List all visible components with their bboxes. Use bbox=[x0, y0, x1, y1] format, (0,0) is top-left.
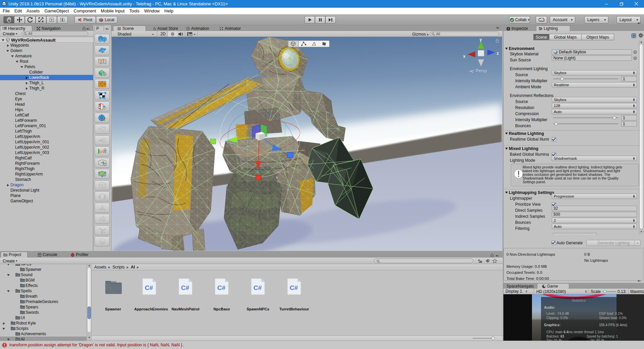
svg-text:DSP load: 0.1%: DSP load: 0.1% bbox=[599, 312, 623, 315]
svg-text:C#: C# bbox=[145, 284, 153, 291]
svg-text:y: y bbox=[480, 37, 482, 42]
svg-text:Graphics:: Graphics: bbox=[544, 323, 560, 327]
svg-text:z: z bbox=[497, 51, 499, 56]
svg-text:C#: C# bbox=[254, 284, 262, 291]
svg-text:Persp: Persp bbox=[476, 68, 487, 73]
svg-text:C#: C# bbox=[290, 284, 298, 291]
svg-text:Statistics: Statistics bbox=[572, 298, 586, 302]
svg-text:x: x bbox=[463, 54, 466, 59]
svg-text:155.4 FPS (6.4ms): 155.4 FPS (6.4ms) bbox=[599, 323, 627, 327]
svg-text:C#: C# bbox=[217, 284, 226, 291]
svg-text:C#: C# bbox=[181, 284, 190, 291]
svg-text:Stream load: 0.0%: Stream load: 0.0% bbox=[599, 316, 627, 320]
svg-text:Audio:: Audio: bbox=[544, 305, 555, 309]
svg-text:CPU: main 6.4ms render thread: CPU: main 6.4ms render thread 1.1ms bbox=[546, 330, 604, 334]
svg-text:?: ? bbox=[633, 34, 635, 38]
svg-text:Level: -74.8 dB: Level: -74.8 dB bbox=[546, 312, 569, 315]
svg-text:Batches: 63: Batches: 63 bbox=[546, 335, 564, 338]
svg-text:Clipping: 0.0%: Clipping: 0.0% bbox=[546, 316, 568, 320]
svg-text:Saved by batching: 1: Saved by batching: 1 bbox=[587, 335, 618, 338]
